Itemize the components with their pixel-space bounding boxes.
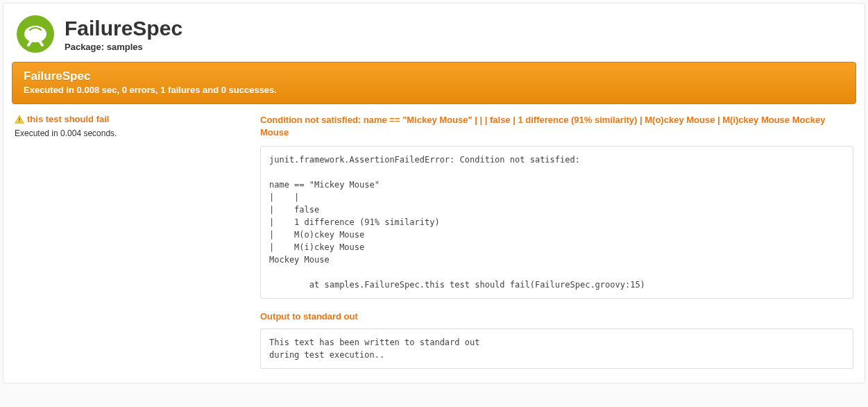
test-name: this test should fail (27, 114, 109, 124)
failure-message: Condition not satisfied: name == "Mickey… (260, 114, 853, 139)
banner-spec-name: FailureSpec (24, 69, 844, 83)
logo-icon (16, 15, 55, 53)
test-exec-time: Executed in 0.004 seconds. (15, 128, 246, 138)
report-card: FailureSpec Package: samples FailureSpec… (3, 3, 865, 383)
right-column: Condition not satisfied: name == "Mickey… (255, 111, 856, 372)
failure-stack: junit.framework.AssertionFailedError: Co… (260, 146, 853, 299)
package-label: Package: samples (65, 42, 182, 52)
page-title: FailureSpec (65, 17, 182, 40)
warning-icon (15, 115, 24, 124)
svg-rect-2 (19, 121, 19, 122)
title-block: FailureSpec Package: samples (65, 17, 182, 52)
body: this test should fail Executed in 0.004 … (3, 104, 865, 383)
test-title: this test should fail (15, 114, 246, 124)
header: FailureSpec Package: samples (3, 3, 865, 62)
stdout-body: This text has been written to standard o… (260, 329, 853, 369)
banner-summary: Executed in 0.008 sec, 0 errors, 1 failu… (24, 85, 844, 95)
left-column: this test should fail Executed in 0.004 … (12, 111, 255, 372)
stdout-heading: Output to standard out (260, 311, 853, 322)
summary-banner: FailureSpec Executed in 0.008 sec, 0 err… (12, 62, 856, 104)
svg-rect-1 (19, 117, 19, 120)
